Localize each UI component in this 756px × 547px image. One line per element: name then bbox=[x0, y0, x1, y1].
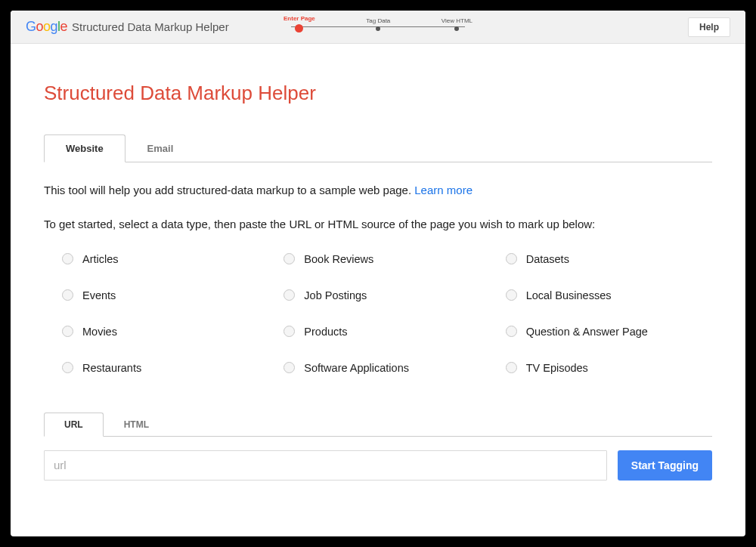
radio-products[interactable]: Products bbox=[284, 326, 490, 338]
radio-icon bbox=[284, 362, 295, 373]
radio-local-businesses[interactable]: Local Businesses bbox=[506, 289, 712, 301]
radio-datasets[interactable]: Datasets bbox=[506, 253, 712, 265]
step-view-html[interactable]: View HTML bbox=[442, 17, 472, 31]
progress-stepper: Enter Page Tag Data View HTML bbox=[284, 15, 472, 31]
radio-articles[interactable]: Articles bbox=[62, 253, 268, 265]
step-dot-icon bbox=[454, 26, 459, 31]
source-type-tabs: Website Email bbox=[44, 134, 712, 162]
page-title: Structured Data Markup Helper bbox=[44, 82, 712, 105]
radio-icon bbox=[284, 289, 295, 301]
radio-icon bbox=[62, 326, 73, 337]
radio-icon bbox=[62, 289, 73, 301]
learn-more-link[interactable]: Learn more bbox=[414, 184, 472, 196]
radio-icon bbox=[506, 362, 517, 373]
radio-tv-episodes[interactable]: TV Episodes bbox=[506, 362, 712, 374]
radio-icon bbox=[62, 253, 73, 264]
radio-icon bbox=[62, 362, 73, 373]
url-input[interactable] bbox=[44, 450, 607, 481]
radio-qa-page[interactable]: Question & Answer Page bbox=[506, 326, 712, 338]
radio-movies[interactable]: Movies bbox=[62, 326, 268, 338]
help-button[interactable]: Help bbox=[688, 17, 730, 37]
radio-icon bbox=[284, 326, 295, 337]
radio-icon bbox=[506, 326, 517, 337]
tab-website[interactable]: Website bbox=[44, 134, 125, 162]
input-mode-tabs: URL HTML bbox=[44, 412, 712, 437]
product-name: Structured Data Markup Helper bbox=[72, 20, 229, 33]
radio-book-reviews[interactable]: Book Reviews bbox=[284, 253, 490, 265]
radio-icon bbox=[506, 253, 517, 264]
radio-events[interactable]: Events bbox=[62, 289, 268, 301]
data-type-grid: Articles Book Reviews Datasets Events Jo… bbox=[44, 253, 712, 374]
step-dot-icon bbox=[295, 24, 303, 32]
logo-group: Google Structured Data Markup Helper bbox=[26, 19, 229, 35]
tab-email[interactable]: Email bbox=[125, 134, 196, 162]
google-logo: Google bbox=[26, 19, 67, 35]
input-tab-url[interactable]: URL bbox=[44, 413, 104, 437]
header-bar: Google Structured Data Markup Helper Ent… bbox=[11, 11, 745, 44]
main-content: Structured Data Markup Helper Website Em… bbox=[11, 44, 745, 496]
step-dot-icon bbox=[376, 26, 380, 31]
start-tagging-button[interactable]: Start Tagging bbox=[618, 450, 712, 481]
input-tab-html[interactable]: HTML bbox=[104, 413, 169, 437]
radio-job-postings[interactable]: Job Postings bbox=[284, 289, 490, 301]
instruction-text: To get started, select a data type, then… bbox=[44, 218, 712, 230]
step-enter-page[interactable]: Enter Page bbox=[284, 15, 315, 31]
intro-text: This tool will help you add structured-d… bbox=[44, 182, 712, 199]
radio-icon bbox=[506, 289, 517, 301]
step-tag-data[interactable]: Tag Data bbox=[366, 17, 390, 31]
radio-software-apps[interactable]: Software Applications bbox=[284, 362, 490, 374]
input-row: Start Tagging bbox=[44, 450, 712, 481]
radio-restaurants[interactable]: Restaurants bbox=[62, 362, 268, 374]
radio-icon bbox=[284, 253, 295, 264]
